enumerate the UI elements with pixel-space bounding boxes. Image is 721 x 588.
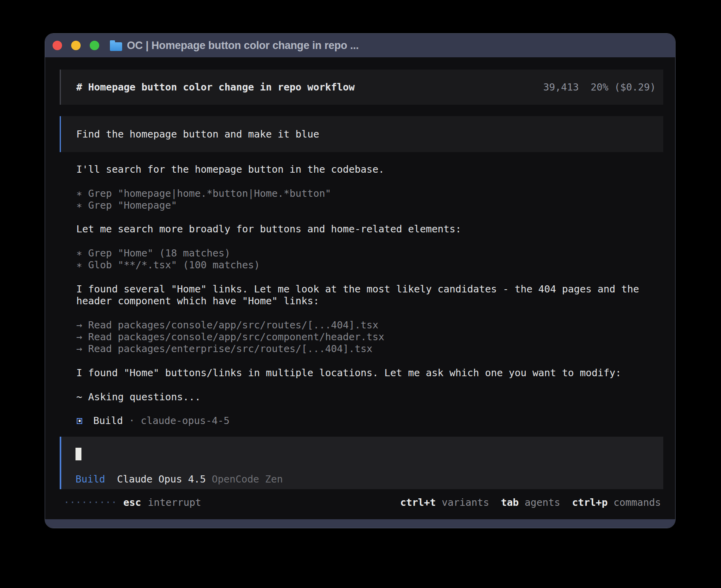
- close-button[interactable]: [53, 41, 62, 50]
- transcript-line: ∗ Glob "**/*.tsx" (100 matches): [76, 259, 639, 271]
- transcript-line: [76, 175, 639, 187]
- transcript-line: I found several "Home" links. Let me loo…: [76, 283, 639, 295]
- transcript-line: [76, 355, 639, 367]
- session-title: # Homepage button color change in repo w…: [76, 81, 355, 93]
- transcript-line: [76, 379, 639, 391]
- transcript-line: ∗ Grep "Home" (18 matches): [76, 247, 639, 259]
- input-status: Build Claude Opus 4.5 OpenCode Zen: [75, 473, 283, 485]
- status-bar: ········· esc interrupt ctrl+t variants …: [45, 497, 675, 509]
- transcript-line: [76, 307, 639, 319]
- transcript-line: [76, 271, 639, 283]
- transcript-line: ~ Asking questions...: [76, 391, 639, 403]
- transcript-line: → Read packages/console/app/src/componen…: [76, 331, 639, 343]
- shortcut-hints: ctrl+t variants tab agents ctrl+p comman…: [400, 497, 661, 509]
- transcript-line: Let me search more broadly for buttons a…: [76, 223, 639, 235]
- transcript-line: [76, 236, 639, 247]
- transcript-line: [76, 211, 639, 223]
- spinner-dots: ·········: [64, 497, 117, 509]
- provider-label: OpenCode Zen: [212, 473, 283, 485]
- esc-key-hint: esc: [123, 497, 141, 509]
- prompt-input[interactable]: Build Claude Opus 4.5 OpenCode Zen: [60, 437, 663, 489]
- transcript-line: ∗ Grep "Homepage": [76, 200, 639, 211]
- transcript-line: → Read packages/console/app/src/routes/[…: [76, 319, 639, 331]
- user-message-text: Find the homepage button and make it blu…: [76, 128, 319, 140]
- session-stats: 39,413 20% ($0.29): [543, 81, 656, 93]
- text-cursor: [75, 448, 81, 460]
- user-message: Find the homepage button and make it blu…: [60, 116, 663, 152]
- maximize-button[interactable]: [90, 41, 99, 50]
- folder-icon: [110, 42, 122, 51]
- transcript-line: header component which have "Home" links…: [76, 295, 639, 307]
- transcript-line: [76, 403, 639, 415]
- agent-mode-label: Build: [75, 473, 105, 485]
- interrupt-label: interrupt: [148, 497, 201, 509]
- transcript-line: I'll search for the homepage button in t…: [76, 164, 639, 175]
- terminal-window: OC | Homepage button color change in rep…: [45, 33, 676, 528]
- agent-square-icon: [77, 418, 82, 424]
- window-titlebar[interactable]: OC | Homepage button color change in rep…: [45, 34, 675, 57]
- transcript-line: Build · claude-opus-4-5: [76, 415, 639, 427]
- minimize-button[interactable]: [71, 41, 81, 50]
- window-bottom-bar: [45, 519, 675, 528]
- model-label: Claude Opus 4.5: [117, 473, 206, 485]
- transcript-line: I found "Home" buttons/links in multiple…: [76, 367, 639, 379]
- session-header: # Homepage button color change in repo w…: [60, 70, 663, 105]
- transcript: I'll search for the homepage button in t…: [76, 164, 639, 427]
- window-title: OC | Homepage button color change in rep…: [127, 40, 359, 52]
- transcript-line: ∗ Grep "homepage|home.*button|Home.*butt…: [76, 188, 639, 200]
- transcript-line: → Read packages/enterprise/src/routes/[.…: [76, 343, 639, 355]
